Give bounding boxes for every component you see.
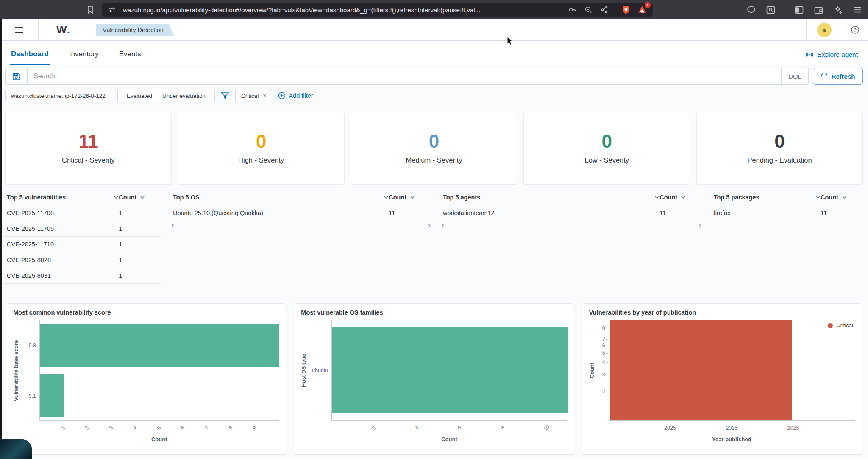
table-row[interactable]: Ubuntu 25.10 (Questing Quokka)11	[171, 205, 431, 221]
share-icon[interactable]	[599, 4, 610, 15]
table-row[interactable]: CVE-2025-117101	[5, 237, 161, 252]
table-row[interactable]: firefox11	[712, 205, 863, 221]
y-tick-label: 9.8	[29, 343, 36, 348]
password-key-icon[interactable]	[567, 4, 578, 15]
sort-chevron-icon[interactable]	[410, 196, 415, 199]
brave-shield-icon[interactable]	[620, 4, 632, 15]
zoom-out-icon[interactable]	[583, 4, 594, 15]
x-tick-label: 3	[108, 425, 114, 431]
x-axis-ticks: 123456789	[39, 421, 279, 436]
stat-value: 0	[602, 132, 612, 151]
filter-pill-cluster[interactable]: wazuh.cluster.name: ip-172-26-8-122	[5, 89, 111, 102]
url-bar[interactable]: wazuh.npg.io/app/vulnerability-detection…	[102, 3, 653, 17]
x-tick-label: 7	[204, 425, 210, 431]
sort-chevron-icon[interactable]	[842, 196, 847, 199]
table-row[interactable]: CVE-2025-80281	[5, 252, 161, 268]
chart-title: Most common vulnerability score	[13, 309, 279, 316]
stat-label: Low - Severity	[585, 156, 629, 164]
sort-chevron-icon[interactable]	[815, 196, 821, 199]
x-tick-label: 2025	[787, 425, 799, 431]
stat-card-medium[interactable]: 0 Medium - Severity	[351, 112, 517, 185]
x-axis-label: Count	[331, 436, 567, 445]
search-input[interactable]	[28, 72, 781, 80]
scroll-right-icon	[698, 224, 702, 228]
y-axis-label: Vulnerability base score	[13, 320, 20, 421]
sort-chevron-icon[interactable]	[114, 196, 119, 199]
url-text: wazuh.npg.io/app/vulnerability-detection…	[123, 6, 562, 14]
stat-card-pending[interactable]: 0 Pending - Evaluation	[696, 112, 863, 185]
table-header: Top 5 OS Count	[171, 191, 431, 205]
menu-toggle-button[interactable]	[0, 19, 38, 40]
stat-value: 0	[429, 132, 439, 151]
avatar[interactable]: a	[817, 23, 832, 37]
y-tick-label: 4	[602, 359, 605, 365]
stat-card-critical[interactable]: 11 Critical - Severity	[5, 112, 172, 185]
tab-inventory[interactable]: Inventory	[68, 50, 100, 65]
sidebar-panel-icon[interactable]	[793, 4, 804, 15]
leo-ai-sparkle-icon[interactable]	[832, 4, 843, 15]
svg-text:?: ?	[854, 28, 857, 33]
x-axis-ticks: 246810	[331, 421, 567, 436]
sort-chevron-icon[interactable]	[140, 196, 145, 199]
filter-pill-critical[interactable]: Critical ×	[235, 89, 272, 102]
search-box: DQL	[5, 68, 809, 85]
filter-funnel-icon[interactable]	[221, 92, 229, 100]
bookmark-icon[interactable]	[85, 4, 96, 15]
legend-dot	[828, 323, 833, 328]
toggle-evaluated[interactable]: Evaluated	[123, 93, 156, 99]
x-tick-label: 2	[371, 425, 377, 431]
stat-card-high[interactable]: 0 High - Severity	[178, 112, 345, 185]
site-settings-icon[interactable]	[107, 4, 118, 15]
table-row[interactable]: CVE-2025-80311	[5, 268, 161, 284]
table-top5-os: Top 5 OS Count Ubuntu 25.10 (Questing Qu…	[171, 191, 431, 284]
stat-label: High - Severity	[238, 156, 284, 164]
query-language-button[interactable]: DQL	[781, 68, 808, 84]
chart-vulns-by-year: Vulnerabilities by year of publication C…	[582, 303, 862, 455]
bar	[40, 374, 64, 417]
tab-bar: Dashboard Inventory Events Explore agent	[0, 41, 868, 65]
browser-menu-icon[interactable]	[852, 4, 863, 15]
explore-agent-link[interactable]: Explore agent	[805, 51, 858, 65]
remove-filter-icon[interactable]: ×	[263, 92, 266, 99]
x-tick-label: 1	[60, 425, 66, 431]
breadcrumb[interactable]: Vulnerability Detection	[96, 24, 175, 36]
x-tick-label: 6	[456, 425, 463, 431]
search-window-icon[interactable]	[765, 4, 776, 15]
x-tick-label: 5	[156, 425, 162, 431]
tab-events[interactable]: Events	[118, 50, 142, 65]
table-row[interactable]: workstationteam1211	[441, 205, 702, 221]
y-tick-label: 5	[602, 350, 605, 356]
y-tick-label: 2	[602, 389, 605, 395]
table-row[interactable]: CVE-2025-117091	[5, 221, 161, 237]
horizontal-scrollbar[interactable]	[171, 222, 431, 229]
wallet-icon[interactable]	[813, 4, 824, 15]
add-filter-button[interactable]: Add filter	[278, 92, 313, 100]
refresh-button[interactable]: Refresh	[813, 68, 863, 85]
save-query-icon[interactable]	[6, 68, 28, 84]
severity-stats: 11 Critical - Severity 0 High - Severity…	[5, 112, 863, 185]
stat-label: Pending - Evaluation	[747, 156, 812, 164]
y-axis-label: Count	[589, 320, 596, 421]
extensions-icon[interactable]	[746, 4, 757, 15]
wazuh-logo[interactable]: W.	[38, 19, 88, 40]
bar	[610, 320, 792, 420]
stat-value: 11	[78, 132, 98, 151]
legend-item-critical[interactable]: Critical	[828, 322, 853, 329]
sort-chevron-icon[interactable]	[384, 196, 389, 199]
toggle-under-evaluation[interactable]: Under evaluation	[159, 93, 209, 99]
antenna-icon	[805, 51, 814, 58]
bar	[40, 324, 279, 367]
sort-chevron-icon[interactable]	[654, 196, 659, 199]
x-tick-label: 4	[132, 425, 138, 431]
y-axis-ticks: 2345679	[596, 320, 609, 421]
table-row[interactable]: CVE-2025-117081	[5, 205, 161, 221]
tab-dashboard[interactable]: Dashboard	[10, 50, 50, 65]
y-axis-ticks: 9.89.1	[20, 320, 39, 421]
rewards-badge: 1	[645, 2, 651, 8]
horizontal-scrollbar[interactable]	[441, 222, 702, 229]
help-icon[interactable]: ?	[842, 19, 868, 40]
stat-card-low[interactable]: 0 Low - Severity	[523, 112, 690, 185]
brave-rewards-icon[interactable]: 1	[637, 4, 648, 15]
sort-chevron-icon[interactable]	[681, 196, 686, 199]
x-axis-ticks: 202520252025	[609, 421, 855, 436]
